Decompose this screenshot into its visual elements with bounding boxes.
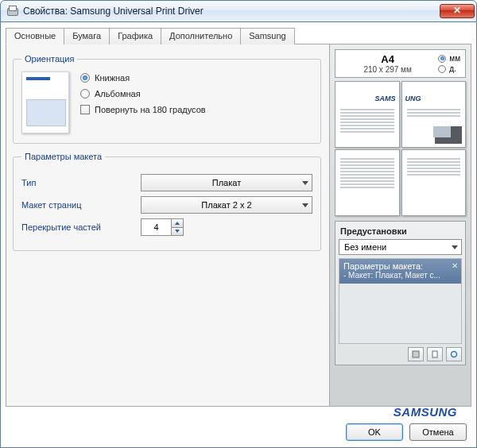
layout-pages-value: Плакат 2 x 2 bbox=[201, 200, 251, 210]
paper-size-name: A4 bbox=[340, 53, 435, 65]
layout-type-value: Плакат bbox=[212, 178, 241, 187]
cancel-button[interactable]: Отмена bbox=[409, 423, 467, 441]
layout-overlap-input[interactable] bbox=[141, 218, 171, 236]
chevron-down-icon bbox=[175, 230, 180, 233]
close-button[interactable]: ✕ bbox=[440, 4, 475, 18]
orientation-rotate[interactable]: Повернуть на 180 градусов bbox=[80, 105, 206, 114]
svg-rect-1 bbox=[432, 351, 437, 357]
chevron-up-icon bbox=[175, 222, 180, 225]
presets-select[interactable]: Без имени bbox=[339, 239, 462, 255]
stepper-down[interactable] bbox=[172, 228, 183, 236]
radio-icon bbox=[80, 89, 90, 98]
preset-action-2[interactable] bbox=[427, 347, 443, 361]
dialog-buttons: OK Отмена bbox=[346, 423, 467, 441]
preview-page-2: UNG bbox=[401, 81, 467, 148]
layout-type-select[interactable]: Плакат bbox=[141, 174, 312, 191]
orientation-rotate-label: Повернуть на 180 градусов bbox=[95, 105, 206, 114]
presets-item[interactable]: ✕ Параметры макета: - Макет: Плакат, Мак… bbox=[339, 259, 461, 284]
svg-point-2 bbox=[452, 352, 457, 357]
layout-group: Параметры макета Тип Плакат Макет страни… bbox=[13, 152, 321, 251]
presets-panel: Предустановки Без имени ✕ Параметры маке… bbox=[335, 221, 466, 365]
presets-item-sub: - Макет: Плакат, Макет с... bbox=[343, 271, 457, 280]
unit-mm[interactable]: мм bbox=[438, 54, 460, 63]
tabstrip: Основные Бумага Графика Дополнительно Sa… bbox=[6, 27, 471, 44]
layout-pages-select[interactable]: Плакат 2 x 2 bbox=[141, 196, 312, 214]
orientation-portrait-label: Книжная bbox=[95, 73, 130, 83]
titlebar: Свойства: Samsung Universal Print Driver… bbox=[0, 0, 477, 22]
refresh-icon bbox=[450, 350, 458, 358]
side-panel: A4 210 x 297 мм мм д. SAMS bbox=[330, 44, 471, 407]
preset-action-1[interactable] bbox=[408, 347, 424, 361]
tab-paper[interactable]: Бумага bbox=[64, 28, 110, 44]
chevron-down-icon bbox=[302, 181, 308, 185]
tab-extras[interactable]: Дополнительно bbox=[161, 28, 241, 44]
chevron-down-icon bbox=[302, 203, 308, 207]
page-preview-icon bbox=[21, 71, 69, 133]
page-icon bbox=[431, 350, 439, 358]
presets-list[interactable]: ✕ Параметры макета: - Макет: Плакат, Мак… bbox=[339, 258, 462, 344]
layout-legend: Параметры макета bbox=[21, 152, 105, 161]
orientation-landscape[interactable]: Альбомная bbox=[80, 89, 206, 98]
radio-icon bbox=[438, 55, 446, 63]
orientation-landscape-label: Альбомная bbox=[95, 89, 141, 98]
preview-page-4 bbox=[401, 149, 467, 216]
preview-page-3 bbox=[335, 149, 400, 216]
paper-size-box: A4 210 x 297 мм мм д. bbox=[335, 49, 466, 78]
tab-graphics[interactable]: Графика bbox=[109, 28, 161, 44]
paper-size-dim: 210 x 297 мм bbox=[340, 65, 435, 74]
unit-in-label: д. bbox=[449, 64, 456, 73]
window-body: Основные Бумага Графика Дополнительно Sa… bbox=[0, 22, 477, 448]
preview-page-1: SAMS bbox=[335, 81, 400, 148]
window-title: Свойства: Samsung Universal Print Driver bbox=[23, 6, 435, 17]
checkbox-icon bbox=[80, 105, 90, 114]
preset-action-3[interactable] bbox=[446, 347, 462, 361]
presets-header: Предустановки bbox=[339, 225, 462, 239]
layout-overlap-stepper[interactable] bbox=[141, 218, 184, 236]
main-panel: Ориентация Книжная Альбомная bbox=[6, 44, 330, 407]
radio-icon bbox=[438, 65, 446, 73]
poster-preview: SAMS UNG bbox=[335, 81, 466, 216]
presets-item-title: Параметры макета: bbox=[343, 261, 457, 271]
brand-logo: SAMSUNG bbox=[394, 405, 457, 419]
chevron-down-icon bbox=[452, 245, 458, 249]
stepper-up[interactable] bbox=[172, 219, 183, 228]
unit-in[interactable]: д. bbox=[438, 64, 460, 73]
preset-delete-icon[interactable]: ✕ bbox=[452, 261, 458, 270]
radio-icon bbox=[80, 73, 90, 83]
layout-overlap-label: Перекрытие частей bbox=[21, 222, 141, 232]
orientation-legend: Ориентация bbox=[21, 54, 77, 64]
tab-samsung[interactable]: Samsung bbox=[240, 28, 294, 44]
printer-icon bbox=[6, 5, 18, 17]
tab-basic[interactable]: Основные bbox=[6, 28, 64, 44]
layout-pages-label: Макет страниц bbox=[21, 200, 141, 210]
orientation-portrait[interactable]: Книжная bbox=[80, 73, 206, 83]
disk-icon bbox=[412, 350, 420, 358]
unit-mm-label: мм bbox=[449, 54, 460, 63]
presets-select-value: Без имени bbox=[344, 242, 386, 252]
orientation-group: Ориентация Книжная Альбомная bbox=[13, 54, 321, 144]
svg-rect-0 bbox=[413, 351, 419, 357]
ok-button[interactable]: OK bbox=[346, 423, 403, 441]
layout-type-label: Тип bbox=[21, 178, 141, 187]
